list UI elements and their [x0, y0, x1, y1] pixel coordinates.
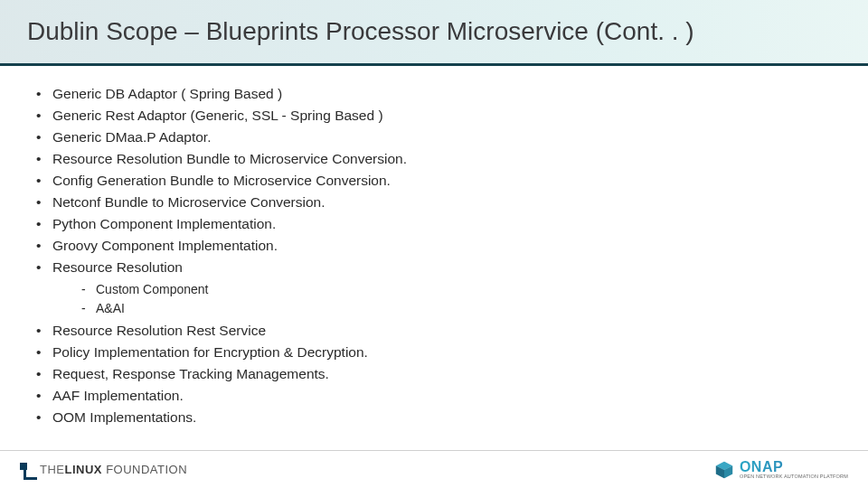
footer: THELINUX FOUNDATION ONAP OPEN NETWORK AU…	[0, 450, 868, 488]
list-item: Request, Response Tracking Managements.	[36, 363, 832, 385]
onap-tagline: OPEN NETWORK AUTOMATION PLATFORM	[740, 474, 848, 480]
list-item: A&AI	[81, 299, 832, 318]
sub-bullet-list: Custom Component A&AI	[81, 280, 832, 318]
list-item: Resource Resolution Rest Service	[36, 320, 832, 342]
list-item: AAF Implementation.	[36, 385, 832, 407]
slide-title: Dublin Scope – Blueprints Processor Micr…	[0, 17, 694, 46]
list-item: Python Component Implementation.	[36, 213, 832, 235]
list-item: Policy Implementation for Encryption & D…	[36, 342, 832, 363]
onap-text: ONAP OPEN NETWORK AUTOMATION PLATFORM	[740, 460, 848, 480]
list-item: Config Generation Bundle to Microservice…	[36, 170, 832, 192]
list-item: Generic Rest Adaptor (Generic, SSL - Spr…	[36, 105, 832, 127]
list-item: Custom Component	[81, 280, 832, 299]
linux-foundation-logo: THELINUX FOUNDATION	[20, 463, 187, 477]
bullet-list: Resource Resolution Rest Service Policy …	[36, 320, 832, 428]
title-bar: Dublin Scope – Blueprints Processor Micr…	[0, 0, 868, 63]
onap-icon	[714, 460, 734, 480]
list-item: Netconf Bundle to Microservice Conversio…	[36, 192, 832, 213]
slide: Dublin Scope – Blueprints Processor Micr…	[0, 0, 868, 488]
list-item: Groovy Component Implementation.	[36, 235, 832, 257]
linux-foundation-text: THELINUX FOUNDATION	[40, 463, 187, 476]
title-underline	[0, 63, 868, 66]
lf-the: THE	[40, 463, 65, 476]
lf-foundation: FOUNDATION	[106, 463, 187, 476]
onap-logo: ONAP OPEN NETWORK AUTOMATION PLATFORM	[714, 460, 848, 480]
list-item: Resource Resolution	[36, 257, 832, 278]
list-item: OOM Implementations.	[36, 407, 832, 428]
linux-foundation-icon	[20, 463, 34, 477]
bullet-list: Generic DB Adaptor ( Spring Based ) Gene…	[36, 83, 832, 278]
content-area: Generic DB Adaptor ( Spring Based ) Gene…	[36, 83, 832, 428]
lf-linux: LINUX	[65, 463, 103, 476]
list-item: Generic DB Adaptor ( Spring Based )	[36, 83, 832, 105]
onap-name: ONAP	[740, 460, 848, 474]
list-item: Generic DMaa.P Adaptor.	[36, 127, 832, 148]
list-item: Resource Resolution Bundle to Microservi…	[36, 148, 832, 170]
